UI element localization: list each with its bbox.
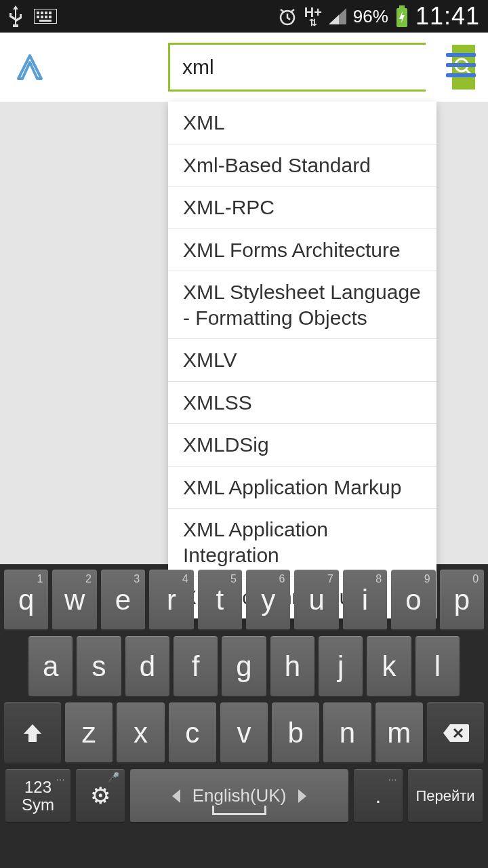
key-k[interactable]: k bbox=[367, 636, 411, 697]
key-w[interactable]: 2w bbox=[52, 570, 96, 631]
key-r[interactable]: 4r bbox=[149, 570, 193, 631]
svg-rect-7 bbox=[45, 16, 47, 18]
keyboard-bottom-row: … 123 Sym 🎤 ⚙ English(UK) … . Перейти bbox=[1, 769, 487, 823]
enter-key[interactable]: Перейти bbox=[408, 769, 483, 823]
key-s[interactable]: s bbox=[77, 636, 121, 697]
content-area: Search fo de XMLXml-Based StandardXML-RP… bbox=[0, 102, 488, 564]
key-c[interactable]: c bbox=[169, 703, 216, 764]
key-q[interactable]: 1q bbox=[4, 570, 48, 631]
settings-key[interactable]: 🎤 ⚙ bbox=[76, 769, 125, 823]
suggestion-item[interactable]: XML Application Markup bbox=[168, 467, 436, 509]
battery-charging-icon bbox=[395, 5, 409, 27]
key-d[interactable]: d bbox=[125, 636, 169, 697]
svg-rect-6 bbox=[41, 16, 43, 18]
key-a[interactable]: a bbox=[28, 636, 73, 697]
suggestion-item[interactable]: XML Application Integration bbox=[168, 509, 436, 576]
battery-percent: 96% bbox=[353, 6, 388, 27]
key-b[interactable]: b bbox=[272, 703, 319, 764]
key-x[interactable]: x bbox=[117, 703, 164, 764]
period-key[interactable]: … . bbox=[354, 769, 403, 823]
svg-rect-8 bbox=[49, 16, 52, 18]
shift-key[interactable] bbox=[4, 703, 61, 764]
svg-rect-12 bbox=[399, 5, 405, 8]
suggestion-item[interactable]: XML Forms Architecture bbox=[168, 229, 436, 272]
key-u[interactable]: 7u bbox=[294, 570, 338, 631]
gear-icon: ⚙ bbox=[90, 784, 110, 808]
key-z[interactable]: z bbox=[65, 703, 113, 764]
key-p[interactable]: 0p bbox=[440, 570, 484, 631]
chevron-left-icon bbox=[172, 789, 180, 803]
signal-icon bbox=[329, 8, 346, 24]
app-logo[interactable] bbox=[9, 47, 50, 87]
key-h[interactable]: h bbox=[270, 636, 314, 697]
status-bar: H+ ⇅ 96% 11:41 bbox=[0, 0, 488, 33]
key-m[interactable]: m bbox=[375, 703, 423, 764]
search-box bbox=[168, 43, 426, 92]
menu-button[interactable] bbox=[446, 53, 476, 77]
key-y[interactable]: 6y bbox=[246, 570, 290, 631]
keyboard-indicator-icon bbox=[34, 9, 57, 24]
network-hplus-icon: H+ ⇅ bbox=[304, 6, 322, 27]
keyboard-row-3: zxcvbnm bbox=[1, 703, 487, 764]
suggestion-item[interactable]: XMLSS bbox=[168, 382, 436, 425]
suggestion-item[interactable]: XML Stylesheet Language - Formatting Obj… bbox=[168, 271, 436, 339]
suggestion-item[interactable]: XMLDSig bbox=[168, 424, 436, 467]
status-left bbox=[8, 5, 57, 27]
alarm-icon bbox=[277, 6, 298, 26]
search-suggestions: XMLXml-Based StandardXML-RPCXML Forms Ar… bbox=[168, 102, 436, 618]
svg-rect-5 bbox=[37, 16, 39, 18]
keyboard-language: English(UK) bbox=[192, 787, 287, 805]
suggestion-item[interactable]: Xml-Based Standard bbox=[168, 144, 436, 187]
symbols-key[interactable]: … 123 Sym bbox=[5, 769, 70, 823]
keyboard-row-2: asdfghjkl bbox=[1, 636, 487, 697]
space-key[interactable]: English(UK) bbox=[130, 769, 348, 823]
key-o[interactable]: 9o bbox=[391, 570, 435, 631]
sym-line1: 123 bbox=[24, 778, 52, 795]
status-right: H+ ⇅ 96% 11:41 bbox=[277, 2, 480, 31]
key-g[interactable]: g bbox=[222, 636, 266, 697]
svg-rect-3 bbox=[45, 12, 47, 14]
svg-rect-1 bbox=[37, 12, 39, 14]
backspace-icon bbox=[442, 723, 469, 743]
period-label: . bbox=[375, 785, 381, 807]
key-v[interactable]: v bbox=[220, 703, 268, 764]
app-header bbox=[0, 33, 488, 102]
sym-line2: Sym bbox=[22, 796, 54, 813]
chevron-right-icon bbox=[298, 789, 306, 803]
svg-rect-2 bbox=[41, 12, 43, 14]
mic-icon: 🎤 bbox=[108, 772, 119, 783]
suggestion-item[interactable]: XML bbox=[168, 102, 436, 144]
suggestion-item[interactable]: XMLV bbox=[168, 339, 436, 382]
enter-label: Перейти bbox=[415, 788, 474, 804]
status-clock: 11:41 bbox=[415, 2, 480, 31]
backspace-key[interactable] bbox=[427, 703, 484, 764]
key-l[interactable]: l bbox=[415, 636, 460, 697]
suggestion-item[interactable]: XML-RPC bbox=[168, 186, 436, 229]
shift-icon bbox=[21, 722, 44, 745]
search-input[interactable] bbox=[170, 45, 452, 90]
svg-rect-9 bbox=[39, 20, 52, 22]
key-i[interactable]: 8i bbox=[343, 570, 387, 631]
key-j[interactable]: j bbox=[319, 636, 363, 697]
key-f[interactable]: f bbox=[174, 636, 218, 697]
svg-rect-4 bbox=[49, 12, 52, 14]
usb-icon bbox=[8, 5, 23, 27]
key-e[interactable]: 3e bbox=[101, 570, 145, 631]
space-bar-icon bbox=[212, 806, 266, 815]
key-t[interactable]: 5t bbox=[198, 570, 242, 631]
key-n[interactable]: n bbox=[323, 703, 371, 764]
